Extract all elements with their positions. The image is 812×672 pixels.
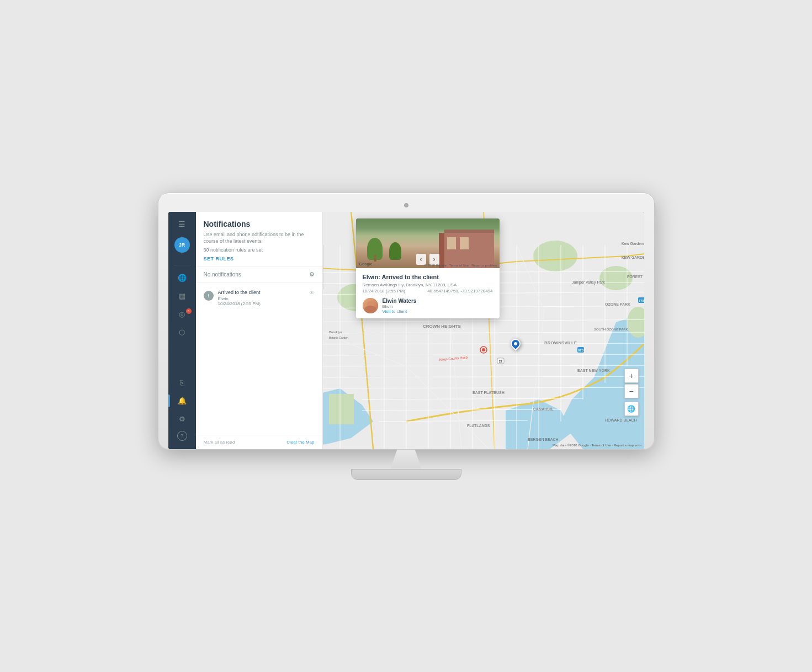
notification-item-content: Arrived to the client Elwin 10/24/2018 (…	[218, 290, 305, 306]
svg-rect-9	[329, 394, 354, 424]
svg-text:HOWARD BEACH: HOWARD BEACH	[605, 418, 637, 422]
notification-item-time: 10/24/2018 (2:55 PM)	[218, 301, 305, 306]
monitor-screen: ☰ JR 🌐 ▦ ◎ 8 ⬡ ⎘ 🔔 ⚙ ? Notifications	[168, 212, 644, 449]
svg-text:Botanic Garden: Botanic Garden	[329, 336, 348, 339]
car-nav-icon[interactable]: ⬡	[172, 326, 192, 339]
popup-datetime: 10/24/2018 (2:55 PM)	[363, 289, 405, 294]
no-notifications-label: No notifications	[204, 271, 241, 278]
monitor-bezel: ☰ JR 🌐 ▦ ◎ 8 ⬡ ⎘ 🔔 ⚙ ? Notifications	[158, 193, 655, 450]
monitor-camera-icon	[404, 203, 408, 207]
notification-item-icon: !	[204, 291, 214, 301]
notifications-list-header: No notifications ⚙	[196, 266, 322, 283]
svg-text:EAST FLATBUSH: EAST FLATBUSH	[473, 391, 505, 394]
notifications-list: ! Arrived to the client Elwin 10/24/2018…	[196, 283, 322, 435]
notification-item-title: Arrived to the client	[218, 290, 305, 295]
notifications-footer: Mark all as read Clear the Map	[196, 435, 322, 449]
chart-nav-icon[interactable]: ▦	[172, 290, 192, 302]
notifications-description: Use email and phone notifications to be …	[204, 231, 315, 245]
svg-text:KEW GARDENS: KEW GARDENS	[622, 255, 644, 259]
popup-address: Remsen Av/Kings Hy, Brooklyn, NY 11203, …	[363, 282, 493, 287]
notifications-settings-icon[interactable]: ⚙	[309, 271, 315, 278]
street-view-copyright: © 2018 Google Terms of Use Report a prob…	[424, 264, 497, 267]
map-attribution: Map data ©2018 Google · Terms of Use · R…	[553, 444, 641, 447]
svg-text:FLATLANDS: FLATLANDS	[467, 424, 490, 428]
zoom-out-button[interactable]: −	[624, 384, 639, 398]
svg-text:CROWN HEIGHTS: CROWN HEIGHTS	[423, 324, 461, 329]
svg-text:FOREST HILLS: FOREST HILLS	[627, 275, 644, 279]
map-marker-pin	[508, 337, 522, 350]
svg-text:BROWNSVILLE: BROWNSVILLE	[544, 340, 577, 345]
svg-text:OZONE PARK: OZONE PARK	[605, 302, 630, 306]
map-controls: + − 🌐	[624, 369, 639, 416]
popup-agent-role: Elwin	[383, 304, 493, 309]
zoom-in-button[interactable]: +	[624, 369, 639, 383]
popup-coordinates: 40.6547149758, -73.9219728494	[427, 289, 492, 294]
bell-nav-icon[interactable]: 🔔	[172, 394, 192, 407]
svg-text:EAST NEW YORK: EAST NEW YORK	[577, 369, 610, 372]
notifications-header: Notifications Use email and phone notifi…	[196, 212, 322, 266]
location-badge: 8	[186, 308, 192, 314]
monitor-stand-base	[351, 469, 461, 480]
notification-item[interactable]: ! Arrived to the client Elwin 10/24/2018…	[196, 285, 322, 311]
popup-body: Elwin: Arrived to the client Remsen Av/K…	[356, 268, 500, 318]
globe-nav-icon[interactable]: 🌐	[172, 271, 192, 284]
map-globe-button[interactable]: 🌐	[624, 402, 639, 416]
popup-agent-info: Elwin Waters Elwin Visit to client	[383, 298, 493, 314]
map-area[interactable]: CROWN HEIGHTS BROWNSVILLE EAST NEW YORK …	[323, 212, 644, 449]
mark-all-read-button[interactable]: Mark all as read	[204, 440, 235, 445]
popup-agent-row: Elwin Waters Elwin Visit to client	[363, 298, 493, 314]
clear-map-button[interactable]: Clear the Map	[286, 440, 314, 445]
set-rules-link[interactable]: SET RULES	[204, 256, 315, 262]
street-view-image: ‹ › Google © 2018 Google Terms of Use Re…	[356, 218, 500, 268]
popup-meta-row: 10/24/2018 (2:55 PM) 40.6547149758, -73.…	[363, 289, 493, 294]
svg-text:SOUTH OZONE PARK: SOUTH OZONE PARK	[594, 328, 628, 331]
notification-hide-icon[interactable]: 👁	[309, 290, 315, 296]
svg-text:Brooklyn: Brooklyn	[329, 330, 342, 334]
popup-event-title: Elwin: Arrived to the client	[363, 274, 493, 280]
svg-text:678: 678	[638, 299, 644, 302]
popup-visit-link[interactable]: Visit to client	[383, 309, 493, 314]
popup-agent-name: Elwin Waters	[383, 298, 493, 304]
map-marker[interactable]	[511, 339, 522, 353]
svg-point-6	[533, 241, 577, 271]
monitor: ☰ JR 🌐 ▦ ◎ 8 ⬡ ⎘ 🔔 ⚙ ? Notifications	[158, 193, 655, 480]
svg-point-39	[482, 348, 485, 351]
notifications-panel: Notifications Use email and phone notifi…	[196, 212, 323, 449]
sidebar: ☰ JR 🌐 ▦ ◎ 8 ⬡ ⎘ 🔔 ⚙ ?	[168, 212, 196, 449]
google-logo: Google	[359, 262, 373, 266]
monitor-stand-neck	[384, 450, 428, 469]
sidebar-divider	[174, 265, 190, 265]
notifications-title: Notifications	[204, 220, 315, 228]
svg-text:Kew Gardens Hills: Kew Gardens Hills	[622, 242, 644, 246]
svg-text:CANARSIE: CANARSIE	[533, 407, 554, 411]
clipboard-nav-icon[interactable]: ⎘	[172, 376, 192, 389]
svg-text:678: 678	[577, 349, 583, 352]
help-nav-icon[interactable]: ?	[177, 431, 187, 441]
avatar[interactable]: JR	[174, 237, 190, 253]
popup-agent-avatar	[363, 298, 378, 313]
street-view-right-arrow[interactable]: ›	[429, 254, 439, 265]
street-view-left-arrow[interactable]: ‹	[416, 254, 426, 265]
settings-nav-icon[interactable]: ⚙	[172, 413, 192, 425]
location-nav-icon[interactable]: ◎ 8	[172, 308, 192, 321]
svg-text:BERGEN BEACH: BERGEN BEACH	[528, 438, 559, 441]
svg-rect-5	[323, 245, 323, 289]
event-info-popup: ‹ › Google © 2018 Google Terms of Use Re…	[356, 218, 500, 318]
svg-text:22: 22	[498, 360, 502, 363]
notification-rules-count: 30 notification rules are set	[204, 247, 315, 253]
notification-item-agent: Elwin	[218, 296, 305, 301]
svg-text:Juniper Valley Park: Juniper Valley Park	[572, 280, 605, 285]
menu-icon[interactable]: ☰	[176, 217, 188, 231]
